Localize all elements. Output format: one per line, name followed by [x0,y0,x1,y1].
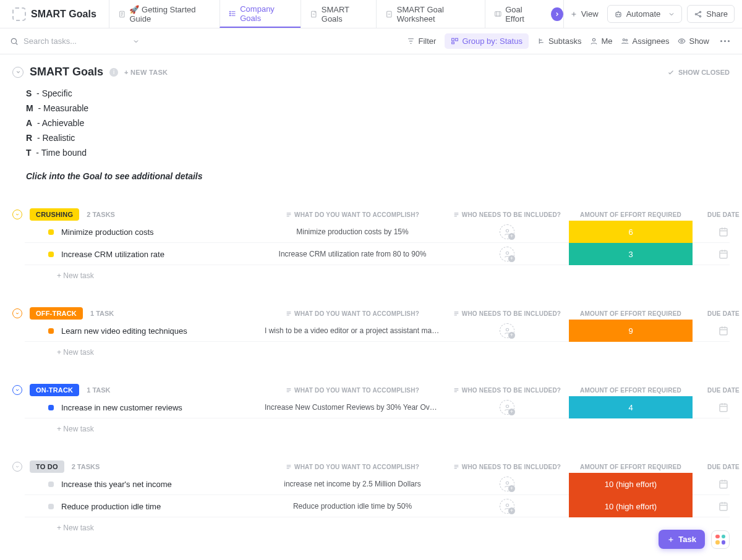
task-row[interactable]: Minimize production costs Minimize produ… [25,221,730,243]
collapse-group-button[interactable] [12,462,22,472]
search-input[interactable] [23,36,127,46]
col-effort[interactable]: AMOUNT OF EFFORT REQUIRED [569,464,693,470]
status-square-icon[interactable] [48,252,54,257]
due-cell[interactable] [693,501,742,512]
create-task-fab[interactable]: Task [659,530,705,549]
due-cell[interactable] [693,226,742,237]
effort-cell[interactable]: 9 [569,320,693,342]
collapse-group-button[interactable] [12,385,22,395]
add-assignee-button[interactable] [500,477,514,491]
col-effort[interactable]: AMOUNT OF EFFORT REQUIRED [569,387,693,394]
col-due[interactable]: DUE DATE [693,387,742,394]
col-due[interactable]: DUE DATE [693,464,742,470]
col-accomplish[interactable]: WHAT DO YOU WANT TO ACCOMPLISH? [260,310,445,317]
col-included[interactable]: WHO NEEDS TO BE INCLUDED? [445,211,569,218]
svg-point-8 [616,14,617,15]
tab-smart-goals[interactable]: SMART Goals [301,0,376,28]
svg-rect-26 [454,216,456,216]
chevron-down-icon[interactable] [132,38,140,45]
task-row[interactable]: Reduce production idle time Reduce produ… [25,495,730,517]
col-accomplish[interactable]: WHAT DO YOU WANT TO ACCOMPLISH? [260,387,445,394]
tabs-overflow-button[interactable] [551,7,563,21]
more-button[interactable] [718,38,732,45]
group-by-button[interactable]: Group by: Status [445,33,529,49]
status-pill[interactable]: OFF-TRACK [30,307,83,320]
svg-rect-39 [287,388,291,389]
add-task-button[interactable]: + New task [25,342,730,357]
workspace-brand[interactable]: SMART Goals [7,5,101,23]
effort-cell[interactable]: 10 (high effort) [569,495,693,517]
share-button[interactable]: Share [687,5,735,23]
assignees-button[interactable]: Assignees [621,36,669,46]
collapse-group-button[interactable] [12,210,22,219]
status-group: ON-TRACK 1 TASK WHAT DO YOU WANT TO ACCO… [12,384,730,433]
collapse-group-button[interactable] [12,308,22,318]
status-square-icon[interactable] [48,504,54,509]
new-task-button[interactable]: + NEW TASK [124,69,168,76]
col-effort[interactable]: AMOUNT OF EFFORT REQUIRED [569,211,693,218]
col-effort[interactable]: AMOUNT OF EFFORT REQUIRED [569,310,693,317]
add-assignee-button[interactable] [500,323,514,338]
add-task-button[interactable]: + New task [25,265,730,280]
svg-rect-36 [454,315,456,315]
add-assignee-button[interactable] [500,224,514,239]
col-accomplish[interactable]: WHAT DO YOU WANT TO ACCOMPLISH? [260,464,445,470]
show-closed-button[interactable]: SHOW CLOSED [667,69,730,76]
add-view-button[interactable]: View [563,0,605,28]
status-group: TO DO 2 TASKS WHAT DO YOU WANT TO ACCOMP… [12,460,730,532]
col-included[interactable]: WHO NEEDS TO BE INCLUDED? [445,387,569,394]
effort-cell[interactable]: 4 [569,396,693,418]
automate-button[interactable]: Automate [607,5,683,23]
add-assignee-button[interactable] [500,247,514,261]
svg-rect-40 [287,390,291,391]
col-included[interactable]: WHO NEEDS TO BE INCLUDED? [445,310,569,317]
effort-cell[interactable]: 6 [569,221,693,243]
subtasks-button[interactable]: Subtasks [537,36,581,46]
svg-rect-22 [287,214,291,215]
status-square-icon[interactable] [48,405,54,410]
task-accomplish: I wish to be a video editor or a project… [260,326,445,335]
add-assignee-button[interactable] [500,499,514,514]
effort-cell[interactable]: 3 [569,243,693,265]
status-pill[interactable]: CRUSHING [30,208,79,221]
tab-goal-effort[interactable]: Goal Effort [485,0,548,28]
status-square-icon[interactable] [48,328,54,334]
smart-line: T - Time bound [26,145,730,160]
task-count: 2 TASKS [87,211,115,218]
status-pill[interactable]: TO DO [30,460,64,473]
tab-company-goals[interactable]: Company Goals [220,0,301,28]
task-row[interactable]: Increase in new customer reviews Increas… [25,396,730,418]
apps-fab[interactable] [711,530,730,549]
add-assignee-button[interactable] [500,400,514,415]
svg-rect-31 [287,312,291,312]
person-icon [503,404,511,412]
svg-point-10 [696,13,697,14]
col-due[interactable]: DUE DATE [693,211,742,218]
status-square-icon[interactable] [48,229,54,235]
task-row[interactable]: Increase this year's net income increase… [25,473,730,495]
status-square-icon[interactable] [48,482,54,487]
calendar-icon [718,478,729,490]
collapse-list-button[interactable] [12,67,23,78]
filter-icon [407,37,415,45]
due-cell[interactable] [693,402,742,413]
due-cell[interactable] [693,478,742,490]
tab-getting-started[interactable]: 🚀 Getting Started Guide [109,0,220,28]
col-due[interactable]: DUE DATE [693,310,742,317]
filter-button[interactable]: Filter [407,36,436,46]
tab-worksheet[interactable]: SMART Goal Worksheet [376,0,484,28]
show-button[interactable]: Show [678,36,709,46]
due-cell[interactable] [693,325,742,336]
task-row[interactable]: Learn new video editing techniques I wis… [25,320,730,342]
info-icon[interactable]: i [109,68,118,77]
task-row[interactable]: Increase CRM utilization rate Increase C… [25,243,730,265]
due-cell[interactable] [693,248,742,260]
col-included[interactable]: WHO NEEDS TO BE INCLUDED? [445,464,569,470]
status-pill[interactable]: ON-TRACK [30,384,79,396]
add-task-button[interactable]: + New task [25,517,730,532]
svg-rect-38 [720,328,727,335]
me-button[interactable]: Me [590,36,612,46]
col-accomplish[interactable]: WHAT DO YOU WANT TO ACCOMPLISH? [260,211,445,218]
add-task-button[interactable]: + New task [25,418,730,433]
effort-cell[interactable]: 10 (high effort) [569,473,693,495]
